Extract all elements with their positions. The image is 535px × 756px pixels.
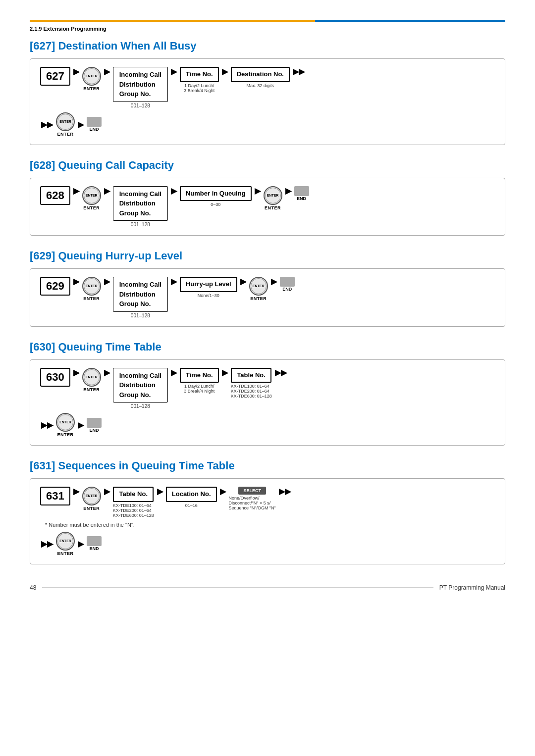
section-title-629: [629] Queuing Hurry-up Level	[30, 250, 505, 262]
num-629: 629	[40, 277, 70, 296]
num-630: 630	[40, 368, 70, 387]
enter-button-630-2[interactable]: ENTER ENTER	[56, 413, 75, 437]
diagram-box-629: 629 ▶ ENTER ENTER ▶ Incoming Call Distri…	[30, 268, 505, 327]
arrow: ▶	[254, 186, 262, 196]
section-title-631: [631] Sequences in Queuing Time Table	[30, 459, 505, 472]
dbl-arrow: ▶▶	[40, 539, 54, 549]
dbl-arrow: ▶▶	[40, 120, 54, 129]
incoming-call-group-629: Incoming Call Distribution Group No. 001…	[113, 277, 168, 318]
table-no-630: Table No. KX-TDE100: 01–64KX-TDE200: 01–…	[231, 368, 272, 399]
enter-button-628-1[interactable]: ENTER ENTER	[82, 186, 101, 210]
select-box-631: SELECT None/Overflow/Disconnect/"N" × 5 …	[229, 487, 276, 510]
section-title-627: [627] Destination When All Busy	[30, 40, 505, 52]
number-in-queuing-628: Number in Queuing 0–30	[180, 186, 252, 207]
arrow: ▶	[72, 487, 80, 496]
arrow: ▶	[284, 186, 292, 196]
section-627: [627] Destination When All Busy 627 ▶ EN…	[30, 40, 505, 145]
arrow: ▶	[170, 67, 178, 76]
time-no-627: Time No. 1 Day/2 Lunch/3 Break/4 Night	[180, 67, 219, 93]
num-631: 631	[40, 487, 70, 505]
diagram-box-627: 627 ▶ ENTER ENTER ▶ Incoming Call Distri…	[30, 58, 505, 145]
time-no-630: Time No. 1 Day/2 Lunch/3 Break/4 Night	[180, 368, 219, 394]
incoming-call-group-628: Incoming Call Distribution Group No. 001…	[113, 186, 168, 228]
diagram-row-631-2: ▶▶ ENTER ENTER ▶ END	[40, 532, 495, 556]
arrow: ▶	[77, 120, 85, 129]
enter-button-629-1[interactable]: ENTER ENTER	[82, 277, 101, 301]
arrow: ▶	[103, 277, 111, 286]
arrow: ▶	[72, 277, 80, 286]
enter-button-631-2[interactable]: ENTER ENTER	[56, 532, 75, 556]
diagram-row-630-2: ▶▶ ENTER ENTER ▶ END	[40, 413, 495, 437]
arrow: ▶	[103, 368, 111, 377]
section-title-628: [628] Queuing Call Capacity	[30, 159, 505, 172]
destination-no-627: Destination No. Max. 32 digits	[231, 67, 290, 88]
diagram-row-629-1: 629 ▶ ENTER ENTER ▶ Incoming Call Distri…	[40, 277, 495, 318]
section-title-630: [630] Queuing Time Table	[30, 341, 505, 353]
diagram-row-627-2: ▶▶ ENTER ENTER ▶ END	[40, 112, 495, 137]
diagram-row-631-note: * Number must be entered in the "N".	[45, 522, 495, 528]
dbl-arrow: ▶▶	[292, 67, 306, 76]
page-number: 48	[30, 584, 36, 591]
diagram-row-628-1: 628 ▶ ENTER ENTER ▶ Incoming Call Distri…	[40, 186, 495, 228]
num-627: 627	[40, 67, 70, 86]
hurry-up-level-629: Hurry-up Level None/1–30	[180, 277, 237, 298]
end-box-629: END	[280, 277, 295, 292]
arrow: ▶	[103, 186, 111, 196]
diagram-row-630-1: 630 ▶ ENTER ENTER ▶ Incoming Call Distri…	[40, 368, 495, 409]
arrow: ▶	[103, 67, 111, 76]
enter-button-629-2[interactable]: ENTER ENTER	[249, 277, 268, 301]
section-630: [630] Queuing Time Table 630 ▶ ENTER ENT…	[30, 341, 505, 446]
arrow: ▶	[270, 277, 278, 286]
section-631: [631] Sequences in Queuing Time Table 63…	[30, 459, 505, 564]
arrow: ▶	[170, 277, 178, 286]
arrow: ▶	[170, 186, 178, 196]
arrow: ▶	[77, 420, 85, 430]
diagram-box-628: 628 ▶ ENTER ENTER ▶ Incoming Call Distri…	[30, 178, 505, 236]
num-628: 628	[40, 186, 70, 205]
dbl-arrow: ▶▶	[278, 487, 292, 496]
incoming-call-group-627: Incoming Call Distribution Group No. 001…	[113, 67, 168, 108]
enter-button-627-1[interactable]: ENTER ENTER	[82, 67, 101, 91]
arrow: ▶	[72, 186, 80, 196]
section-629: [629] Queuing Hurry-up Level 629 ▶ ENTER…	[30, 250, 505, 327]
arrow: ▶	[77, 539, 85, 549]
footer-divider	[42, 587, 433, 588]
arrow: ▶	[156, 487, 164, 496]
arrow: ▶	[221, 67, 229, 76]
arrow: ▶	[72, 368, 80, 377]
diagram-row-627-1: 627 ▶ ENTER ENTER ▶ Incoming Call Distri…	[40, 67, 495, 108]
page-footer: 48 PT Programming Manual	[30, 584, 505, 591]
enter-button-630-1[interactable]: ENTER ENTER	[82, 368, 101, 392]
location-no-631: Location No. 01–16	[166, 487, 217, 508]
arrow: ▶	[221, 368, 229, 377]
arrow: ▶	[219, 487, 227, 496]
end-box-631: END	[87, 536, 102, 551]
table-no-631: Table No. KX-TDE100: 01–64KX-TDE200: 01–…	[113, 487, 154, 518]
end-box-627: END	[87, 117, 102, 132]
dbl-arrow: ▶▶	[40, 420, 54, 430]
end-box-630: END	[87, 418, 102, 433]
arrow: ▶	[239, 277, 247, 286]
arrow: ▶	[170, 368, 178, 377]
section-label: 2.1.9 Extension Programming	[30, 26, 505, 32]
enter-button-631-1[interactable]: ENTER ENTER	[82, 487, 101, 511]
arrow: ▶	[72, 67, 80, 76]
incoming-call-group-630: Incoming Call Distribution Group No. 001…	[113, 368, 168, 409]
note-text-631: * Number must be entered in the "N".	[45, 522, 135, 528]
diagram-box-630: 630 ▶ ENTER ENTER ▶ Incoming Call Distri…	[30, 359, 505, 446]
diagram-row-631-1: 631 ▶ ENTER ENTER ▶ Table No. KX-TDE100:…	[40, 487, 495, 518]
dbl-arrow: ▶▶	[274, 368, 288, 377]
end-box-628: END	[294, 186, 309, 201]
diagram-box-631: 631 ▶ ENTER ENTER ▶ Table No. KX-TDE100:…	[30, 478, 505, 564]
arrow: ▶	[103, 487, 111, 496]
top-border	[30, 20, 505, 22]
section-628: [628] Queuing Call Capacity 628 ▶ ENTER …	[30, 159, 505, 236]
footer-label: PT Programming Manual	[439, 584, 505, 591]
enter-button-628-2[interactable]: ENTER ENTER	[264, 186, 282, 210]
enter-button-627-2[interactable]: ENTER ENTER	[56, 112, 75, 137]
